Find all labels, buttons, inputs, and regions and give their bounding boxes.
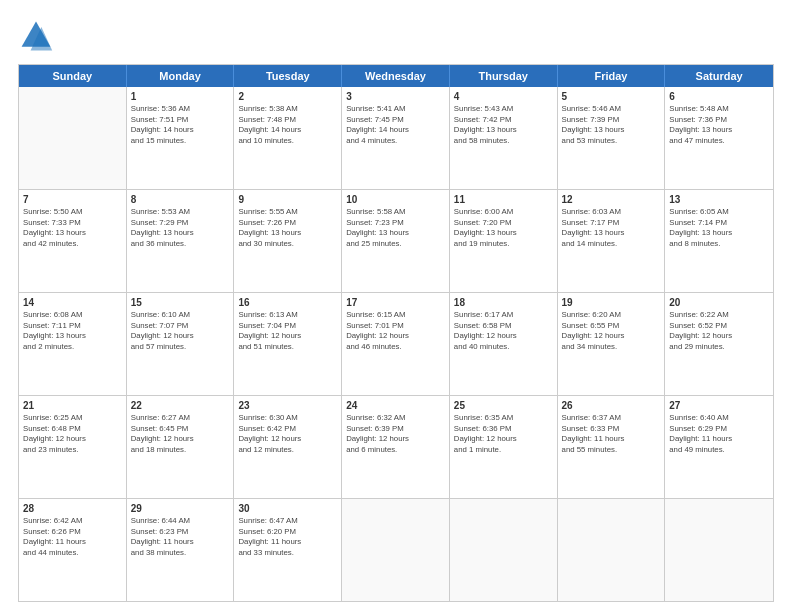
day-info: Sunrise: 6:22 AM Sunset: 6:52 PM Dayligh… — [669, 310, 769, 352]
day-info: Sunrise: 6:40 AM Sunset: 6:29 PM Dayligh… — [669, 413, 769, 455]
week-row-1: 1Sunrise: 5:36 AM Sunset: 7:51 PM Daylig… — [19, 87, 773, 190]
day-cell-22: 22Sunrise: 6:27 AM Sunset: 6:45 PM Dayli… — [127, 396, 235, 498]
day-cell-27: 27Sunrise: 6:40 AM Sunset: 6:29 PM Dayli… — [665, 396, 773, 498]
day-info: Sunrise: 5:53 AM Sunset: 7:29 PM Dayligh… — [131, 207, 230, 249]
calendar-body: 1Sunrise: 5:36 AM Sunset: 7:51 PM Daylig… — [19, 87, 773, 601]
day-info: Sunrise: 5:58 AM Sunset: 7:23 PM Dayligh… — [346, 207, 445, 249]
day-number: 1 — [131, 90, 230, 103]
day-number: 4 — [454, 90, 553, 103]
week-row-2: 7Sunrise: 5:50 AM Sunset: 7:33 PM Daylig… — [19, 190, 773, 293]
day-info: Sunrise: 5:38 AM Sunset: 7:48 PM Dayligh… — [238, 104, 337, 146]
weekday-header-sunday: Sunday — [19, 65, 127, 87]
day-number: 6 — [669, 90, 769, 103]
empty-cell — [450, 499, 558, 601]
day-info: Sunrise: 6:13 AM Sunset: 7:04 PM Dayligh… — [238, 310, 337, 352]
day-number: 29 — [131, 502, 230, 515]
day-number: 7 — [23, 193, 122, 206]
day-number: 24 — [346, 399, 445, 412]
day-info: Sunrise: 5:36 AM Sunset: 7:51 PM Dayligh… — [131, 104, 230, 146]
day-cell-23: 23Sunrise: 6:30 AM Sunset: 6:42 PM Dayli… — [234, 396, 342, 498]
day-info: Sunrise: 6:03 AM Sunset: 7:17 PM Dayligh… — [562, 207, 661, 249]
day-cell-1: 1Sunrise: 5:36 AM Sunset: 7:51 PM Daylig… — [127, 87, 235, 189]
day-number: 19 — [562, 296, 661, 309]
week-row-4: 21Sunrise: 6:25 AM Sunset: 6:48 PM Dayli… — [19, 396, 773, 499]
day-number: 10 — [346, 193, 445, 206]
day-cell-19: 19Sunrise: 6:20 AM Sunset: 6:55 PM Dayli… — [558, 293, 666, 395]
week-row-5: 28Sunrise: 6:42 AM Sunset: 6:26 PM Dayli… — [19, 499, 773, 601]
day-number: 11 — [454, 193, 553, 206]
day-info: Sunrise: 5:41 AM Sunset: 7:45 PM Dayligh… — [346, 104, 445, 146]
day-number: 30 — [238, 502, 337, 515]
day-cell-12: 12Sunrise: 6:03 AM Sunset: 7:17 PM Dayli… — [558, 190, 666, 292]
day-info: Sunrise: 5:50 AM Sunset: 7:33 PM Dayligh… — [23, 207, 122, 249]
day-cell-4: 4Sunrise: 5:43 AM Sunset: 7:42 PM Daylig… — [450, 87, 558, 189]
day-info: Sunrise: 6:32 AM Sunset: 6:39 PM Dayligh… — [346, 413, 445, 455]
empty-cell — [665, 499, 773, 601]
day-cell-21: 21Sunrise: 6:25 AM Sunset: 6:48 PM Dayli… — [19, 396, 127, 498]
calendar: SundayMondayTuesdayWednesdayThursdayFrid… — [18, 64, 774, 602]
day-number: 27 — [669, 399, 769, 412]
day-cell-29: 29Sunrise: 6:44 AM Sunset: 6:23 PM Dayli… — [127, 499, 235, 601]
day-cell-26: 26Sunrise: 6:37 AM Sunset: 6:33 PM Dayli… — [558, 396, 666, 498]
day-info: Sunrise: 6:42 AM Sunset: 6:26 PM Dayligh… — [23, 516, 122, 558]
calendar-header: SundayMondayTuesdayWednesdayThursdayFrid… — [19, 65, 773, 87]
weekday-header-saturday: Saturday — [665, 65, 773, 87]
day-number: 18 — [454, 296, 553, 309]
day-number: 2 — [238, 90, 337, 103]
day-cell-24: 24Sunrise: 6:32 AM Sunset: 6:39 PM Dayli… — [342, 396, 450, 498]
weekday-header-friday: Friday — [558, 65, 666, 87]
day-info: Sunrise: 6:47 AM Sunset: 6:20 PM Dayligh… — [238, 516, 337, 558]
day-cell-7: 7Sunrise: 5:50 AM Sunset: 7:33 PM Daylig… — [19, 190, 127, 292]
day-info: Sunrise: 6:27 AM Sunset: 6:45 PM Dayligh… — [131, 413, 230, 455]
day-number: 5 — [562, 90, 661, 103]
day-info: Sunrise: 5:55 AM Sunset: 7:26 PM Dayligh… — [238, 207, 337, 249]
day-cell-17: 17Sunrise: 6:15 AM Sunset: 7:01 PM Dayli… — [342, 293, 450, 395]
day-cell-6: 6Sunrise: 5:48 AM Sunset: 7:36 PM Daylig… — [665, 87, 773, 189]
day-number: 28 — [23, 502, 122, 515]
day-cell-8: 8Sunrise: 5:53 AM Sunset: 7:29 PM Daylig… — [127, 190, 235, 292]
day-info: Sunrise: 6:08 AM Sunset: 7:11 PM Dayligh… — [23, 310, 122, 352]
day-number: 22 — [131, 399, 230, 412]
weekday-header-tuesday: Tuesday — [234, 65, 342, 87]
day-info: Sunrise: 6:00 AM Sunset: 7:20 PM Dayligh… — [454, 207, 553, 249]
day-cell-2: 2Sunrise: 5:38 AM Sunset: 7:48 PM Daylig… — [234, 87, 342, 189]
empty-cell — [558, 499, 666, 601]
day-cell-10: 10Sunrise: 5:58 AM Sunset: 7:23 PM Dayli… — [342, 190, 450, 292]
day-cell-16: 16Sunrise: 6:13 AM Sunset: 7:04 PM Dayli… — [234, 293, 342, 395]
day-number: 9 — [238, 193, 337, 206]
day-cell-5: 5Sunrise: 5:46 AM Sunset: 7:39 PM Daylig… — [558, 87, 666, 189]
day-number: 16 — [238, 296, 337, 309]
day-cell-3: 3Sunrise: 5:41 AM Sunset: 7:45 PM Daylig… — [342, 87, 450, 189]
weekday-header-monday: Monday — [127, 65, 235, 87]
day-number: 15 — [131, 296, 230, 309]
day-info: Sunrise: 6:44 AM Sunset: 6:23 PM Dayligh… — [131, 516, 230, 558]
day-cell-14: 14Sunrise: 6:08 AM Sunset: 7:11 PM Dayli… — [19, 293, 127, 395]
day-info: Sunrise: 6:35 AM Sunset: 6:36 PM Dayligh… — [454, 413, 553, 455]
day-info: Sunrise: 6:30 AM Sunset: 6:42 PM Dayligh… — [238, 413, 337, 455]
day-info: Sunrise: 6:15 AM Sunset: 7:01 PM Dayligh… — [346, 310, 445, 352]
page: SundayMondayTuesdayWednesdayThursdayFrid… — [0, 0, 792, 612]
week-row-3: 14Sunrise: 6:08 AM Sunset: 7:11 PM Dayli… — [19, 293, 773, 396]
logo-icon — [18, 18, 54, 54]
day-cell-11: 11Sunrise: 6:00 AM Sunset: 7:20 PM Dayli… — [450, 190, 558, 292]
day-number: 25 — [454, 399, 553, 412]
day-cell-20: 20Sunrise: 6:22 AM Sunset: 6:52 PM Dayli… — [665, 293, 773, 395]
header — [18, 18, 774, 54]
day-number: 21 — [23, 399, 122, 412]
day-info: Sunrise: 6:10 AM Sunset: 7:07 PM Dayligh… — [131, 310, 230, 352]
day-number: 26 — [562, 399, 661, 412]
day-number: 17 — [346, 296, 445, 309]
day-info: Sunrise: 6:20 AM Sunset: 6:55 PM Dayligh… — [562, 310, 661, 352]
day-cell-30: 30Sunrise: 6:47 AM Sunset: 6:20 PM Dayli… — [234, 499, 342, 601]
day-info: Sunrise: 6:17 AM Sunset: 6:58 PM Dayligh… — [454, 310, 553, 352]
day-cell-25: 25Sunrise: 6:35 AM Sunset: 6:36 PM Dayli… — [450, 396, 558, 498]
day-cell-13: 13Sunrise: 6:05 AM Sunset: 7:14 PM Dayli… — [665, 190, 773, 292]
weekday-header-thursday: Thursday — [450, 65, 558, 87]
day-number: 23 — [238, 399, 337, 412]
day-info: Sunrise: 5:48 AM Sunset: 7:36 PM Dayligh… — [669, 104, 769, 146]
day-info: Sunrise: 6:05 AM Sunset: 7:14 PM Dayligh… — [669, 207, 769, 249]
empty-cell — [342, 499, 450, 601]
day-cell-9: 9Sunrise: 5:55 AM Sunset: 7:26 PM Daylig… — [234, 190, 342, 292]
day-cell-15: 15Sunrise: 6:10 AM Sunset: 7:07 PM Dayli… — [127, 293, 235, 395]
day-info: Sunrise: 5:43 AM Sunset: 7:42 PM Dayligh… — [454, 104, 553, 146]
